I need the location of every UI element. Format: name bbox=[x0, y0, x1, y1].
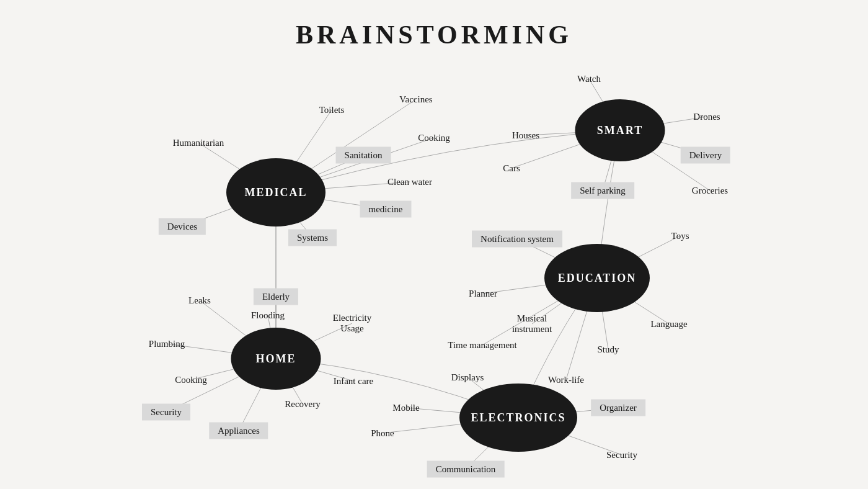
text-node-10: Toys bbox=[671, 231, 689, 241]
box-node-11: Organizer bbox=[591, 400, 645, 416]
text-node-15: Study bbox=[597, 344, 619, 355]
text-node-9: Groceries bbox=[692, 186, 728, 196]
box-node-6: Self parking bbox=[571, 182, 634, 199]
box-node-10: Communication bbox=[427, 461, 505, 478]
text-node-11: Planner bbox=[469, 289, 497, 299]
box-node-2: medicine bbox=[360, 201, 412, 218]
text-node-2: Cooking bbox=[418, 133, 450, 143]
box-node-4: Notification system bbox=[472, 231, 562, 248]
box-node-9: Appliances bbox=[209, 423, 268, 439]
text-node-20: Security bbox=[606, 450, 637, 460]
box-node-0: Devices bbox=[159, 218, 206, 235]
node-smart: SMART bbox=[575, 99, 665, 161]
text-node-21: Leaks bbox=[188, 295, 211, 306]
node-medical: MEDICAL bbox=[226, 158, 326, 227]
text-node-27: Recovery bbox=[285, 399, 320, 410]
box-node-7: Elderly bbox=[254, 289, 298, 305]
text-node-5: Watch bbox=[577, 74, 601, 84]
box-node-5: Delivery bbox=[681, 147, 730, 164]
text-node-8: Drones bbox=[693, 112, 720, 122]
text-node-0: Toilets bbox=[319, 105, 345, 115]
text-node-3: Clean water bbox=[388, 177, 432, 187]
text-node-4: Humanitarian bbox=[173, 138, 224, 148]
text-node-16: Work-life bbox=[548, 375, 584, 385]
node-home: HOME bbox=[231, 328, 321, 390]
text-node-12: Musical instrument bbox=[512, 313, 552, 334]
node-education: EDUCATION bbox=[544, 244, 650, 312]
text-node-22: Flooding bbox=[251, 310, 285, 321]
text-node-26: Infant care bbox=[334, 376, 374, 387]
text-node-19: Phone bbox=[371, 428, 394, 439]
box-node-1: Sanitation bbox=[336, 147, 391, 164]
text-node-17: Displays bbox=[451, 372, 484, 383]
box-node-3: Systems bbox=[288, 230, 337, 246]
box-node-8: Security bbox=[142, 404, 190, 421]
text-node-1: Vaccines bbox=[399, 94, 432, 105]
text-node-25: Cooking bbox=[175, 375, 207, 385]
text-node-23: Electricity Usage bbox=[333, 313, 371, 334]
text-node-6: Houses bbox=[512, 130, 539, 141]
page-title: BRAINSTORMING bbox=[0, 0, 868, 50]
text-node-13: Language bbox=[650, 319, 687, 330]
text-node-24: Plumbing bbox=[149, 339, 185, 349]
text-node-18: Mobile bbox=[392, 403, 419, 413]
text-node-7: Cars bbox=[503, 163, 520, 174]
text-node-14: Time management bbox=[448, 340, 517, 351]
node-electronics: ELECTRONICS bbox=[459, 384, 577, 452]
